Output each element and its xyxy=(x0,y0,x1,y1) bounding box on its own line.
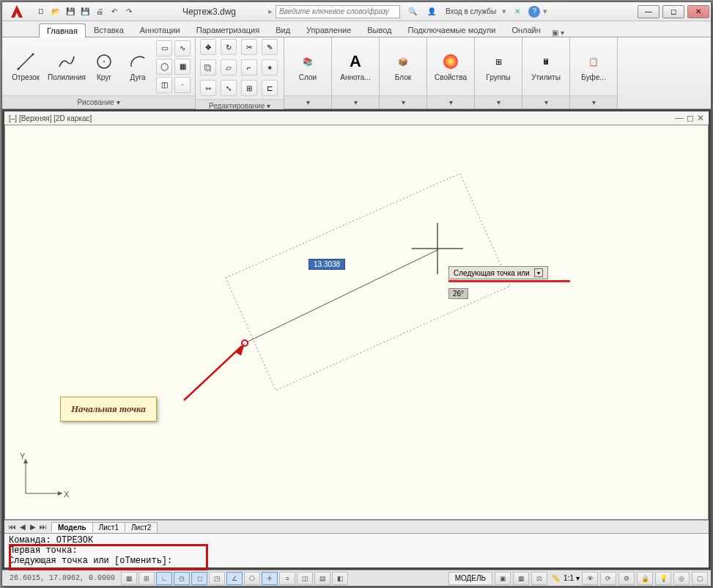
clipboard-button[interactable]: 📋Буфе... xyxy=(575,50,613,83)
annovis-icon[interactable]: 👁 xyxy=(582,572,598,585)
copy-icon[interactable]: ⿻ xyxy=(200,59,216,76)
layout-tab-sheet1[interactable]: Лист1 xyxy=(92,522,125,532)
tab-annotations[interactable]: Аннотации xyxy=(132,23,188,37)
layout-tab-sheet2[interactable]: Лист2 xyxy=(125,522,158,532)
save-icon[interactable]: 💾 xyxy=(64,5,77,18)
ribbon-expand-icon[interactable]: ▣ ▾ xyxy=(552,29,564,37)
tab-view[interactable]: Вид xyxy=(267,23,298,37)
ellipse-icon[interactable]: ◯ xyxy=(156,59,172,75)
grid-icon[interactable]: ⊞ xyxy=(138,572,155,585)
search-input[interactable] xyxy=(276,5,400,18)
tab-plugins[interactable]: Подключаемые модули xyxy=(400,23,504,37)
layout-tab-model[interactable]: Модель xyxy=(51,522,93,532)
spline-icon[interactable]: ∿ xyxy=(174,40,191,56)
quickview-layouts-icon[interactable]: ▣ xyxy=(495,572,511,585)
explode-icon[interactable]: ✶ xyxy=(262,59,278,76)
transparency-icon[interactable]: ◫ xyxy=(297,572,313,585)
polyline-button[interactable]: Полилиния xyxy=(48,50,86,83)
open-icon[interactable]: 📂 xyxy=(49,5,62,18)
new-icon[interactable]: 🗋 xyxy=(34,5,48,18)
stretch-icon[interactable]: ⇿ xyxy=(200,80,216,96)
toolbar-lock-icon[interactable]: 🔒 xyxy=(637,572,653,585)
annoscale-icon[interactable]: ⚖ xyxy=(531,572,547,585)
signin-icon[interactable]: 👤 xyxy=(424,5,440,18)
vp-minimize-icon[interactable]: — xyxy=(675,113,684,123)
workspace-icon[interactable]: ⚙ xyxy=(618,572,635,585)
search-go-icon[interactable]: 🔍 xyxy=(404,5,421,18)
isolate-icon[interactable]: ◎ xyxy=(673,572,690,585)
quickprops-icon[interactable]: ▤ xyxy=(314,572,330,585)
mirror-icon[interactable]: ▱ xyxy=(221,59,237,76)
viewport-label[interactable]: [–] [Верхняя] [2D каркас] xyxy=(9,114,92,122)
modelspace-button[interactable]: МОДЕЛЬ xyxy=(448,572,492,585)
panel-layers-title: ▾ xyxy=(284,95,331,109)
layers-button[interactable]: 📚Слои xyxy=(289,50,327,83)
panel-draw-title[interactable]: Рисование ▾ xyxy=(2,95,195,109)
cleanscreen-icon[interactable]: ▢ xyxy=(692,572,708,585)
signin-link[interactable]: Вход в службы xyxy=(443,7,499,15)
rectangle-icon[interactable]: ▭ xyxy=(156,40,172,56)
circle-button[interactable]: Круг xyxy=(89,50,119,83)
undo-icon[interactable]: ↶ xyxy=(108,5,121,18)
line-button[interactable]: Отрезок xyxy=(7,50,45,83)
offset-icon[interactable]: ⊏ xyxy=(262,80,278,96)
scale-icon[interactable]: ⤡ xyxy=(221,80,237,96)
utilities-button[interactable]: 🖩Утилиты xyxy=(527,50,565,83)
app-menu-button[interactable] xyxy=(2,2,32,21)
vp-maximize-icon[interactable]: ◻ xyxy=(687,113,694,123)
command-line[interactable]: Команда: ОТРЕЗОК Первая точка: Следующая… xyxy=(4,533,709,567)
fillet-icon[interactable]: ⌐ xyxy=(241,59,257,76)
minimize-button[interactable]: — xyxy=(638,5,660,18)
tab-online[interactable]: Онлайн xyxy=(503,23,548,37)
dynamic-dropdown-icon[interactable]: ▾ xyxy=(534,268,543,277)
region-icon[interactable]: ◫ xyxy=(156,77,172,93)
trim-icon[interactable]: ✂ xyxy=(241,39,257,55)
plot-icon[interactable]: 🖨 xyxy=(93,5,106,18)
help-icon[interactable]: ? xyxy=(528,6,540,18)
maximize-button[interactable]: ◻ xyxy=(662,5,684,18)
groups-button[interactable]: ⊞Группы xyxy=(479,50,517,83)
properties-button[interactable]: Свойства xyxy=(432,50,470,83)
tab-manage[interactable]: Управление xyxy=(298,23,359,37)
hatch-icon[interactable]: ▦ xyxy=(174,59,191,75)
tab-parametric[interactable]: Параметризация xyxy=(188,23,267,37)
hardware-accel-icon[interactable]: 💡 xyxy=(655,572,671,585)
polar-icon[interactable]: ◷ xyxy=(174,572,190,585)
exchange-icon[interactable]: ✕ xyxy=(509,5,525,18)
drawing-canvas[interactable]: 13.3038 Следующая точка или ▾ 26° Началь… xyxy=(4,125,709,520)
annoauto-icon[interactable]: ⟳ xyxy=(600,572,616,585)
array-icon[interactable]: ⊞ xyxy=(241,80,257,96)
snap-mode-icon[interactable]: ▦ xyxy=(121,572,137,585)
3dosnap-icon[interactable]: ◳ xyxy=(209,572,225,585)
otrack-icon[interactable]: ∠ xyxy=(226,572,243,585)
move-icon[interactable]: ✥ xyxy=(200,39,216,55)
layout-first-icon[interactable]: ⏮ xyxy=(7,523,18,531)
saveas-icon[interactable]: 💾 xyxy=(78,5,92,18)
osnap-icon[interactable]: ◻ xyxy=(191,572,207,585)
tab-home[interactable]: Главная xyxy=(39,23,86,37)
scale-display[interactable]: 1:1 xyxy=(564,574,574,582)
ortho-icon[interactable]: ∟ xyxy=(156,572,172,585)
erase-icon[interactable]: ✎ xyxy=(262,39,278,55)
annotation-button[interactable]: AАннота... xyxy=(336,50,374,83)
selection-cycle-icon[interactable]: ◧ xyxy=(332,572,348,585)
dyn-input-icon[interactable]: ✛ xyxy=(262,572,278,585)
redo-icon[interactable]: ↷ xyxy=(122,5,136,18)
point-icon[interactable]: · xyxy=(174,77,191,93)
arc-button[interactable]: Дуга xyxy=(122,50,153,83)
rotate-icon[interactable]: ↻ xyxy=(221,39,237,55)
dynamic-distance-input[interactable]: 13.3038 xyxy=(309,259,345,270)
layout-last-icon[interactable]: ⏭ xyxy=(38,523,48,531)
coordinates[interactable]: 26.6015, 17.8962, 0.0000 xyxy=(5,574,119,582)
quickview-drawings-icon[interactable]: ▦ xyxy=(513,572,529,585)
tab-output[interactable]: Вывод xyxy=(359,23,399,37)
tab-insert[interactable]: Вставка xyxy=(86,23,132,37)
layout-prev-icon[interactable]: ◀ xyxy=(18,523,28,531)
lineweight-icon[interactable]: ≡ xyxy=(279,572,295,585)
block-button[interactable]: 📦Блок xyxy=(384,50,422,83)
vp-close-icon[interactable]: ✕ xyxy=(697,113,704,123)
layout-next-icon[interactable]: ▶ xyxy=(28,523,38,531)
groups-icon: ⊞ xyxy=(488,51,509,72)
close-button[interactable]: ✕ xyxy=(687,5,709,18)
ducs-icon[interactable]: ⎔ xyxy=(244,572,260,585)
